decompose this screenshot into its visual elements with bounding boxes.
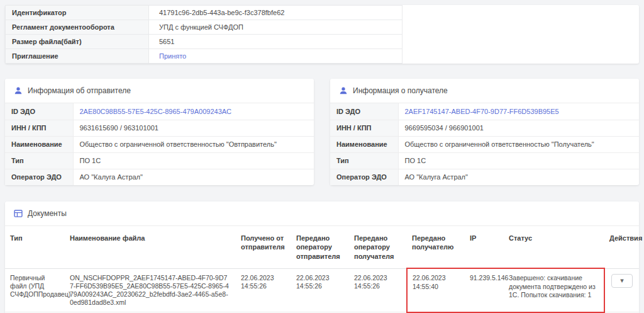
field-value: Общество с ограниченной ответственностью… bbox=[73, 136, 314, 152]
meta-label: Размер файла(байт) bbox=[6, 35, 149, 49]
field-label: ID ЭДО bbox=[5, 103, 73, 120]
sender-panel-title: Информация об отправителе bbox=[28, 86, 131, 95]
documents-table: Тип Наименование файла Получено от отпра… bbox=[5, 226, 639, 313]
user-icon bbox=[14, 86, 23, 95]
doc-filename-cell: ON_NSCHFDOPPR_2AEF1745147-ABED-4F70-9D77… bbox=[65, 268, 236, 312]
table-row: ID ЭДО 2AE80C98B55-57E5-425C-8965-479A00… bbox=[5, 103, 314, 120]
received-from-sender-cell: 22.06.2023 14:55:26 bbox=[236, 268, 291, 312]
column-header-actions: Действия bbox=[604, 226, 639, 268]
field-value: 9631615690 / 963101001 bbox=[73, 120, 314, 136]
table-row: Наименование Общество с ограниченной отв… bbox=[330, 136, 639, 152]
info-panels: Информация об отправителе ID ЭДО 2AE80C9… bbox=[5, 79, 639, 185]
column-header-filename: Наименование файла bbox=[65, 226, 236, 268]
field-value: 2AEF1745147-ABED-4F70-9D77-FF6D539B95E5 bbox=[398, 103, 639, 120]
field-value: 9669595034 / 966901001 bbox=[398, 120, 639, 136]
receiver-table: ID ЭДО 2AEF1745147-ABED-4F70-9D77-FF6D53… bbox=[330, 103, 639, 185]
chevron-down-icon: ▾ bbox=[620, 277, 624, 284]
meta-label: Приглашение bbox=[6, 49, 149, 64]
table-header-row: Тип Наименование файла Получено от отпра… bbox=[5, 226, 639, 268]
table-row: ИНН / КПП 9631615690 / 963101001 bbox=[5, 120, 314, 136]
sender-panel-header: Информация об отправителе bbox=[5, 79, 314, 103]
meta-value: 5651 bbox=[149, 35, 402, 49]
meta-table: Идентификатор 41791c96-2db5-443a-be9c-f3… bbox=[5, 5, 402, 64]
sent-to-receiver-cell-highlighted: 22.06.2023 14:55:40 bbox=[407, 268, 465, 312]
doc-type-cell: Первичный файл (УПД СЧФДОППродавец) bbox=[5, 268, 65, 312]
table-row: Наименование Общество с ограниченной отв… bbox=[5, 136, 314, 152]
meta-value: УПД с функцией СЧФДОП bbox=[149, 20, 402, 35]
column-header-sent-to-sender-operator: Передано оператору отправителя bbox=[291, 226, 349, 268]
column-header-sent-to-receiver-operator: Передано оператору получателя bbox=[349, 226, 407, 268]
invitation-link[interactable]: Принято bbox=[159, 52, 186, 60]
receiver-panel-header: Информация о получателе bbox=[330, 79, 639, 103]
sent-to-receiver-operator-cell: 22.06.2023 14:55:26 bbox=[349, 268, 407, 312]
document-meta-card: Идентификатор 41791c96-2db5-443a-be9c-f3… bbox=[5, 5, 639, 64]
field-label: ИНН / КПП bbox=[5, 120, 73, 136]
page: Идентификатор 41791c96-2db5-443a-be9c-f3… bbox=[0, 0, 644, 313]
meta-value: Принято bbox=[149, 49, 402, 64]
field-label: ID ЭДО bbox=[330, 103, 398, 120]
field-label: Тип bbox=[5, 152, 73, 169]
field-label: Наименование bbox=[5, 136, 73, 152]
documents-title: Документы bbox=[28, 209, 67, 218]
meta-value: 41791c96-2db5-443a-be9c-f3c378fbfe62 bbox=[149, 6, 402, 20]
field-label: Тип bbox=[330, 152, 398, 169]
column-header-type: Тип bbox=[5, 226, 65, 268]
actions-cell: ▾ bbox=[604, 268, 639, 312]
field-value: Общество с ограниченной ответственностью… bbox=[398, 136, 639, 152]
table-row: Тип ПО 1С bbox=[330, 152, 639, 169]
sent-to-sender-operator-cell: 22.06.2023 14:55:26 bbox=[291, 268, 349, 312]
table-row: ИНН / КПП 9669595034 / 966901001 bbox=[330, 120, 639, 136]
field-value: ПО 1С bbox=[398, 152, 639, 169]
meta-label: Идентификатор bbox=[6, 6, 149, 20]
field-label: Наименование bbox=[330, 136, 398, 152]
receiver-panel-title: Информация о получателе bbox=[353, 86, 448, 95]
meta-label: Регламент документооборота bbox=[6, 20, 149, 35]
sender-table: ID ЭДО 2AE80C98B55-57E5-425C-8965-479A00… bbox=[5, 103, 314, 185]
field-value: АО "Калуга Астрал" bbox=[398, 169, 639, 185]
status-cell-highlighted: Завершено: скачивание документа подтверж… bbox=[504, 268, 604, 312]
field-value: 2AE80C98B55-57E5-425C-8965-479A009243AC bbox=[73, 103, 314, 120]
column-header-received-from-sender: Получено от отправителя bbox=[236, 226, 291, 268]
table-row: Оператор ЭДО АО "Калуга Астрал" bbox=[5, 169, 314, 185]
column-header-sent-to-receiver: Передано получателю bbox=[407, 226, 465, 268]
table-grid-icon bbox=[14, 209, 23, 218]
receiver-edo-id-link[interactable]: 2AEF1745147-ABED-4F70-9D77-FF6D539B95E5 bbox=[405, 108, 559, 115]
documents-header: Документы bbox=[5, 202, 639, 226]
meta-row: Размер файла(байт) 5651 bbox=[6, 35, 402, 49]
sender-edo-id-link[interactable]: 2AE80C98B55-57E5-425C-8965-479A009243AC bbox=[80, 108, 232, 115]
column-header-status: Статус bbox=[504, 226, 604, 268]
meta-row: Приглашение Принято bbox=[6, 49, 402, 64]
ip-cell-highlighted: 91.239.5.146 bbox=[465, 268, 504, 312]
table-row: Оператор ЭДО АО "Калуга Астрал" bbox=[330, 169, 639, 185]
field-label: Оператор ЭДО bbox=[330, 169, 398, 185]
table-row: Тип ПО 1С bbox=[5, 152, 314, 169]
receiver-panel: Информация о получателе ID ЭДО 2AEF17451… bbox=[330, 79, 639, 185]
field-value: АО "Калуга Астрал" bbox=[73, 169, 314, 185]
user-icon bbox=[339, 86, 348, 95]
sender-panel: Информация об отправителе ID ЭДО 2AE80C9… bbox=[5, 79, 314, 185]
field-label: Оператор ЭДО bbox=[5, 169, 73, 185]
column-header-ip: IP bbox=[465, 226, 504, 268]
meta-row: Регламент документооборота УПД с функцие… bbox=[6, 20, 402, 35]
table-row: Первичный файл (УПД СЧФДОППродавец) ON_N… bbox=[5, 268, 639, 312]
field-label: ИНН / КПП bbox=[330, 120, 398, 136]
meta-row: Идентификатор 41791c96-2db5-443a-be9c-f3… bbox=[6, 6, 402, 20]
row-actions-button[interactable]: ▾ bbox=[611, 274, 633, 288]
documents-card: Документы Тип Наименование файла Получен… bbox=[5, 202, 639, 313]
field-value: ПО 1С bbox=[73, 152, 314, 169]
table-row: ID ЭДО 2AEF1745147-ABED-4F70-9D77-FF6D53… bbox=[330, 103, 639, 120]
